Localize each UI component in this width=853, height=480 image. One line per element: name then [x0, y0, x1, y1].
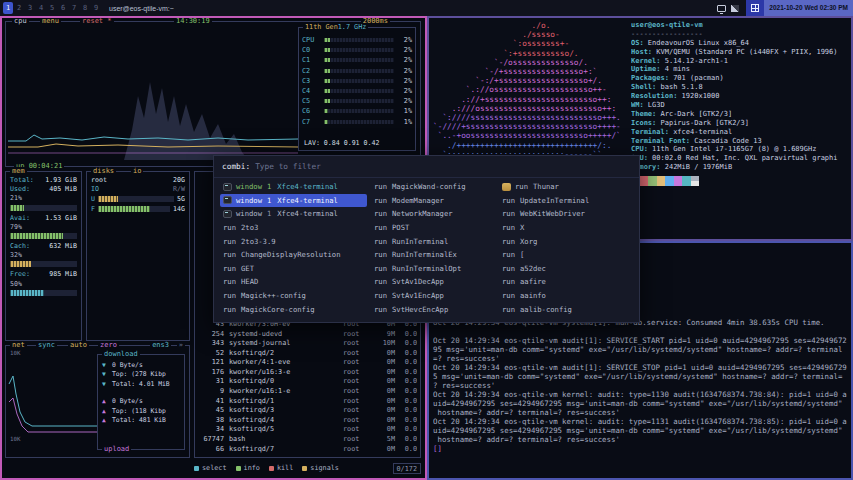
- entry-title: ModemManager: [392, 196, 444, 205]
- rofi-launcher[interactable]: combi: Type to filter window1Xfce4-termi…: [213, 155, 640, 323]
- launcher-run-entry[interactable]: runWebKitWebDriver: [499, 207, 637, 221]
- entry-title: 2to3: [241, 223, 258, 232]
- process-row[interactable]: 121kworker/4:1-everoot0M0.0: [198, 358, 417, 368]
- launcher-run-entry[interactable]: run2to3: [220, 221, 367, 235]
- workspace-switcher: 123456789: [3, 2, 101, 14]
- proc-footer-key[interactable]: kill: [269, 464, 293, 472]
- process-cpu: 0.0: [395, 349, 417, 359]
- launcher-run-entry[interactable]: run[: [499, 248, 637, 262]
- entry-mode-label: run: [223, 237, 236, 246]
- process-row[interactable]: 45ksoftirqd/3root0M0.0: [198, 406, 417, 416]
- launcher-run-entry[interactable]: runX: [499, 221, 637, 235]
- launcher-run-entry[interactable]: runHEAD: [220, 275, 367, 289]
- net-row-text: Total: 4.01 MiB: [112, 380, 170, 389]
- process-row[interactable]: 67747bashroot5M0.0: [198, 435, 417, 445]
- reset-tab[interactable]: reset *: [80, 17, 114, 26]
- launcher-run-entry[interactable]: runaafire: [499, 275, 637, 289]
- workspace-8[interactable]: 8: [80, 2, 90, 14]
- palette-block: [674, 181, 683, 186]
- entry-mode-label: run: [223, 250, 236, 259]
- workspace-9[interactable]: 9: [91, 2, 101, 14]
- workspace-7[interactable]: 7: [69, 2, 79, 14]
- auto-tab[interactable]: auto: [68, 341, 89, 350]
- memory-row-value: 985 MiB: [49, 270, 77, 279]
- process-mem: 0M: [373, 358, 395, 368]
- network-icon[interactable]: [731, 5, 739, 12]
- memory-panel-label: mem: [10, 167, 27, 176]
- memory-rows: Used:405 MiB21%Avai:1.53 GiB79%Cach:632 …: [10, 185, 77, 296]
- entry-title: ChangeDisplayResolution: [241, 250, 341, 259]
- launcher-run-entry[interactable]: runUpdateInTerminal: [499, 194, 637, 208]
- launcher-run-entry[interactable]: runPOST: [371, 221, 497, 235]
- core-meter-fill: [324, 58, 330, 62]
- process-row[interactable]: 38ksoftirqd/4root0M0.0: [198, 416, 417, 426]
- ascii-art-line: `..-+oosssssssssssssssssssssssso+++++/`: [433, 131, 621, 140]
- workspace-1[interactable]: 1: [3, 2, 13, 14]
- log-line: Oct 20 14:29:34 eos-qtile-vm audit[1]: S…: [433, 336, 849, 345]
- proc-footer-key[interactable]: info: [236, 464, 260, 472]
- launcher-run-entry[interactable]: runMagick++-config: [220, 289, 367, 303]
- launcher-run-entry[interactable]: runRunInTerminal: [371, 234, 497, 248]
- core-meter-fill: [324, 120, 328, 124]
- net-interface: ens3: [150, 341, 171, 350]
- endeavouros-ascii-logo: ./o. ./sssso- `:osssssss+- `:+ssssssssss…: [433, 21, 621, 159]
- sync-tab[interactable]: sync: [36, 341, 57, 350]
- memory-body: Total: 1.93 GiB Used:405 MiB21%Avai:1.53…: [10, 176, 77, 299]
- process-row[interactable]: 66ksoftirqd/7root0M0.0: [198, 445, 417, 455]
- launcher-run-entry[interactable]: runRunInTerminalEx: [371, 248, 497, 262]
- proc-footer-key[interactable]: signals: [302, 464, 339, 472]
- memory-row-value: 632 MiB: [49, 242, 77, 251]
- launcher-run-entry[interactable]: runaainfo: [499, 289, 637, 303]
- launcher-run-entry[interactable]: runSvtAv1DecApp: [371, 275, 497, 289]
- display-icon[interactable]: [717, 5, 726, 12]
- process-pid: 66: [198, 445, 224, 455]
- launcher-window-entry[interactable]: window1Xfce4-terminal: [220, 194, 367, 208]
- process-row[interactable]: 254systemd-udevdroot9M0.0: [198, 330, 417, 340]
- launcher-run-entry[interactable]: runSvtHevcEncApp: [371, 302, 497, 316]
- process-row[interactable]: 343systemd-journalroot10M0.0: [198, 339, 417, 349]
- core-label: C7: [302, 118, 321, 126]
- launcher-run-entry[interactable]: runa52dec: [499, 262, 637, 276]
- launcher-run-entry[interactable]: run2to3-3.9: [220, 234, 367, 248]
- neofetch-info-line: Host: KVM/QEMU (Standard PC (i440FX + PI…: [631, 48, 849, 57]
- launcher-run-entry[interactable]: runChangeDisplayResolution: [220, 248, 367, 262]
- process-row[interactable]: 9kworker/u16:1-eroot0M0.0: [198, 387, 417, 397]
- process-row[interactable]: 31ksoftirqd/0root0M0.0: [198, 377, 417, 387]
- process-name: kworker/u16:1-e: [229, 387, 343, 397]
- launcher-window-entry[interactable]: window1Xfce4-terminal: [220, 207, 367, 221]
- proc-footer-key[interactable]: select: [194, 464, 227, 472]
- workspace-4[interactable]: 4: [36, 2, 46, 14]
- launcher-window-entry[interactable]: window1Xfce4-terminal: [220, 180, 367, 194]
- process-row[interactable]: 176kworker/u16:3-eroot0M0.0: [198, 368, 417, 378]
- download-arrow-icon: ▼: [102, 361, 109, 370]
- cpu-frequency: 11th Gen1.7 GHz: [303, 23, 368, 32]
- entry-mode-label: run: [374, 209, 387, 218]
- entry-mode-label: run: [223, 223, 236, 232]
- process-position: 0/172: [393, 463, 421, 474]
- workspace-2[interactable]: 2: [14, 2, 24, 14]
- launcher-run-entry[interactable]: runNetworkManager: [371, 207, 497, 221]
- entry-mode-label: run: [502, 250, 515, 259]
- launcher-run-entry[interactable]: runModemManager: [371, 194, 497, 208]
- workspace-5[interactable]: 5: [47, 2, 57, 14]
- launcher-run-entry[interactable]: runMagickCore-config: [220, 302, 367, 316]
- zero-tab[interactable]: zero: [98, 341, 119, 350]
- process-user: root: [343, 435, 373, 445]
- process-row[interactable]: 34ksoftirqd/5root0M0.0: [198, 425, 417, 435]
- core-percent: 2%: [397, 56, 412, 64]
- process-row[interactable]: 41ksoftirqd/1root0M0.0: [198, 397, 417, 407]
- process-name: ksoftirqd/3: [229, 406, 343, 416]
- launcher-filter-input[interactable]: Type to filter: [255, 162, 321, 171]
- workspace-6[interactable]: 6: [58, 2, 68, 14]
- launcher-run-entry[interactable]: runaalib-config: [499, 302, 637, 316]
- launcher-run-entry[interactable]: runThunar: [499, 180, 637, 194]
- launcher-run-entry[interactable]: runSvtAv1EncApp: [371, 289, 497, 303]
- workspace-3[interactable]: 3: [25, 2, 35, 14]
- launcher-run-entry[interactable]: runGET: [220, 262, 367, 276]
- menu-tab[interactable]: menu: [40, 17, 61, 26]
- process-row[interactable]: 52ksoftirqd/2root0M0.0: [198, 349, 417, 359]
- launcher-run-entry[interactable]: runXorg: [499, 234, 637, 248]
- launcher-run-entry[interactable]: runMagickWand-config: [371, 180, 497, 194]
- info-value: 11th Gen Intel i7-1165G7 (8) @ 1.689GHz: [648, 145, 817, 153]
- launcher-run-entry[interactable]: runRunInTerminalOpt: [371, 262, 497, 276]
